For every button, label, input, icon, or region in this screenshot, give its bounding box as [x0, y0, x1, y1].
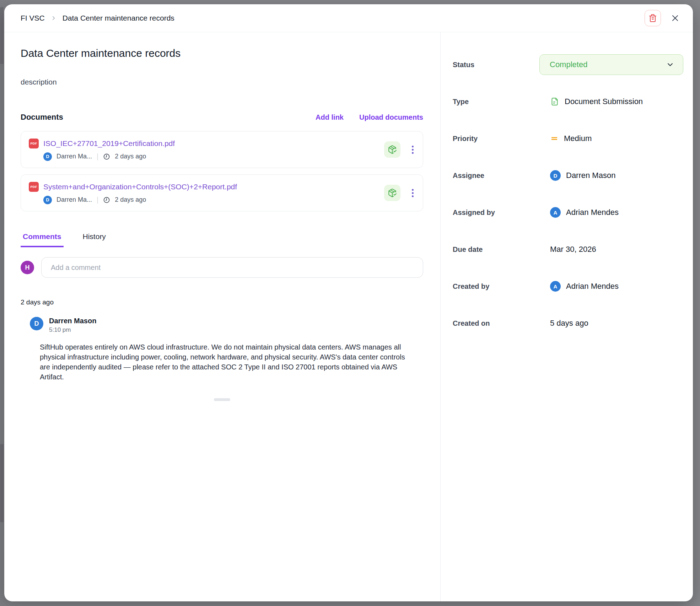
- uploader-name: Darren Ma...: [56, 153, 92, 160]
- field-row-due-date: Due date Mar 30, 2026: [453, 239, 683, 260]
- breadcrumb: FI VSC Data Center maintenance records: [21, 14, 174, 22]
- field-row-created-on: Created on 5 days ago: [453, 313, 683, 334]
- meta-divider: |: [97, 196, 98, 204]
- field-label: Created by: [453, 282, 539, 291]
- document-card: PDF ISO_IEC+27701_2019+Certification.pdf…: [21, 131, 423, 168]
- package-check-icon: [388, 188, 397, 198]
- document-info: PDF ISO_IEC+27701_2019+Certification.pdf…: [29, 139, 384, 161]
- documents-heading: Documents: [21, 113, 63, 122]
- uploader-name: Darren Ma...: [56, 196, 92, 204]
- field-row-created-by: Created by A Adrian Mendes: [453, 276, 683, 297]
- field-row-priority: Priority Medium: [453, 128, 683, 149]
- document-info: PDF System+and+Organization+Controls+(SO…: [29, 182, 384, 204]
- field-label: Assignee: [453, 172, 539, 180]
- breadcrumb-current: Data Center maintenance records: [63, 14, 174, 22]
- main-content: Data Center maintenance records descript…: [4, 32, 440, 601]
- document-menu-button[interactable]: [410, 144, 415, 155]
- upload-documents-button[interactable]: Upload documents: [359, 113, 423, 121]
- field-label: Type: [453, 98, 539, 106]
- field-label: Priority: [453, 135, 539, 143]
- field-row-assigned-by: Assigned by A Adrian Mendes: [453, 202, 683, 223]
- pdf-file-icon: PDF: [29, 139, 39, 148]
- chevron-down-icon: [666, 60, 674, 69]
- document-type-icon: [550, 97, 559, 106]
- uploader-avatar: D: [43, 196, 52, 204]
- description-field[interactable]: description: [21, 78, 423, 86]
- document-card: PDF System+and+Organization+Controls+(SO…: [21, 174, 423, 211]
- uploaded-time: 2 days ago: [115, 196, 146, 204]
- package-check-button[interactable]: [384, 185, 400, 201]
- add-link-button[interactable]: Add link: [316, 113, 344, 121]
- created-by-avatar: A: [550, 281, 561, 292]
- meta-divider: |: [97, 152, 98, 161]
- chevron-right-icon: [50, 15, 57, 21]
- page-title: Data Center maintenance records: [21, 47, 423, 59]
- assignee-avatar: D: [550, 170, 561, 181]
- record-detail-modal: FI VSC Data Center maintenance records D…: [4, 4, 693, 601]
- field-value-text: Adrian Mendes: [566, 208, 619, 217]
- delete-button[interactable]: [645, 10, 661, 26]
- current-user-avatar: H: [21, 261, 34, 274]
- field-label: Due date: [453, 245, 539, 254]
- tab-history[interactable]: History: [81, 232, 108, 247]
- package-check-button[interactable]: [384, 141, 400, 158]
- uploader-avatar: D: [43, 152, 52, 161]
- uploaded-time: 2 days ago: [115, 153, 146, 160]
- comment-input[interactable]: [41, 257, 423, 278]
- trash-icon: [648, 14, 657, 22]
- pdf-file-icon: PDF: [29, 182, 39, 192]
- close-icon: [671, 14, 679, 22]
- field-label: Status: [453, 61, 539, 69]
- field-value-text: Adrian Mendes: [566, 282, 619, 291]
- document-link[interactable]: ISO_IEC+27701_2019+Certification.pdf: [43, 139, 175, 148]
- documents-header: Documents Add link Upload documents: [21, 113, 423, 122]
- comment-group-label: 2 days ago: [21, 298, 423, 306]
- field-label: Created on: [453, 319, 539, 328]
- comment-author-avatar: D: [30, 317, 43, 330]
- field-label: Assigned by: [453, 209, 539, 217]
- package-check-icon: [388, 145, 397, 154]
- field-row-status: Status Completed: [453, 54, 683, 75]
- field-row-assignee: Assignee D Darren Mason: [453, 165, 683, 186]
- scroll-handle[interactable]: [214, 398, 230, 401]
- document-actions: Add link Upload documents: [316, 113, 423, 121]
- details-sidebar: Status Completed Type D: [440, 32, 693, 601]
- background-page-hint: [0, 444, 4, 522]
- close-button[interactable]: [671, 14, 679, 22]
- comment-input-row: H: [21, 257, 423, 278]
- breadcrumb-parent[interactable]: FI VSC: [21, 14, 45, 22]
- document-menu-button[interactable]: [410, 188, 415, 199]
- clock-icon: [103, 153, 110, 160]
- comment-author-name: Darren Mason: [49, 317, 96, 325]
- modal-body: Data Center maintenance records descript…: [4, 32, 693, 601]
- modal-header: FI VSC Data Center maintenance records: [4, 4, 693, 32]
- field-value-text: Mar 30, 2026: [550, 245, 596, 254]
- field-value-text: Darren Mason: [566, 171, 615, 180]
- field-value-text: Medium: [564, 134, 592, 143]
- assigned-by-avatar: A: [550, 207, 561, 218]
- field-value-text: Document Submission: [565, 97, 643, 106]
- clock-icon: [103, 196, 110, 204]
- comment-body: SiftHub operates entirely on AWS cloud i…: [40, 342, 417, 382]
- comment: D Darren Mason 5:10 pm SiftHub operates …: [30, 317, 423, 382]
- status-badge: Completed: [550, 60, 666, 69]
- priority-medium-icon: [550, 134, 559, 143]
- comment-timestamp: 5:10 pm: [49, 326, 96, 334]
- document-link[interactable]: System+and+Organization+Controls+(SOC)+2…: [43, 183, 237, 191]
- document-meta: D Darren Ma... | 2 days ago: [29, 196, 384, 204]
- background-page-hint: [0, 7, 4, 64]
- field-value-text: 5 days ago: [550, 319, 588, 328]
- tab-comments[interactable]: Comments: [21, 232, 64, 247]
- document-meta: D Darren Ma... | 2 days ago: [29, 152, 384, 161]
- field-row-type: Type Document Submission: [453, 91, 683, 112]
- tab-bar: Comments History: [21, 232, 423, 247]
- status-dropdown[interactable]: Completed: [539, 54, 683, 75]
- header-actions: [645, 10, 679, 26]
